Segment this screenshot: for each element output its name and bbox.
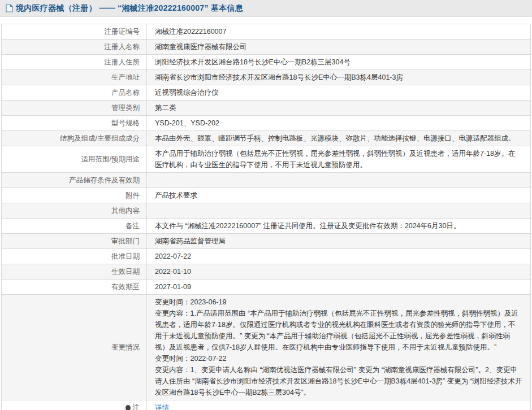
row-label-text: 生效日期 — [111, 268, 140, 276]
value-line: 产品技术要求 — [155, 190, 522, 201]
row-label-text: 产品储存条件及有效期 — [69, 176, 140, 184]
value-line: 2027-01-09 — [155, 281, 522, 293]
basic-info-table-body: 注册证编号湘械注准20222160007注册人名称湖南童视康医疗器械有限公司注册… — [2, 24, 531, 410]
value-line: 变更时间：2022-07-22 — [155, 353, 522, 364]
value-line: 本产品用于辅助治疗弱视（包括屈光不正性弱视，屈光参差性弱视，斜弱性弱视）及近视患… — [155, 148, 522, 171]
table-row: 注册人名称湖南童视康医疗器械有限公司 — [2, 40, 531, 55]
row-label-text: 注册人名称 — [105, 43, 140, 51]
row-value: 湖南童视康医疗器械有限公司 — [147, 40, 531, 55]
row-value: 2022-01-10 — [147, 264, 531, 280]
table-row: 管理类别第二类 — [2, 101, 531, 116]
row-value: 湖南省药品监督管理局 — [147, 234, 531, 249]
row-label-text: 产品名称 — [111, 89, 140, 97]
row-label: 管理类别 — [2, 101, 147, 116]
row-label-text: 适用范围/预期用途 — [81, 155, 140, 163]
page: 境内医疗器械（注册） —— “湘械注准20222160007” 基本信息 注册证… — [0, 0, 532, 410]
row-label: 生效日期 — [2, 264, 147, 280]
row-label: 注册证编号 — [2, 24, 147, 40]
document-icon — [6, 4, 13, 12]
row-label-text: 备注 — [126, 222, 140, 230]
row-value: 湘械注准20222160007 — [147, 24, 531, 40]
table-row: 有效期至2027-01-09 — [2, 280, 531, 295]
row-label: 注 — [2, 400, 147, 410]
row-label: 变更情况 — [2, 295, 147, 400]
row-value: 本品由外壳、眼罩、瞳距调节手柄、控制电路板、光源模块、弥散片、功能选择按键、电源… — [147, 131, 531, 146]
value-line: 变更内容：1.产品适用范围由 “本产品用于辅助治疗弱视（包括屈光不正性弱视，屈光… — [155, 308, 522, 353]
value-line: 2022-01-10 — [155, 266, 522, 277]
table-row: 结构及组成/主要组成成分本品由外壳、眼罩、瞳距调节手柄、控制电路板、光源模块、弥… — [2, 131, 531, 146]
page-header: 境内医疗器械（注册） —— “湘械注准20222160007” 基本信息 — [0, 0, 532, 17]
details-link[interactable]: 详情 — [155, 404, 169, 410]
value-line: 浏阳经济技术开发区湘台路18号长沙E中心一期B2栋三层304号 — [155, 56, 522, 68]
row-label: 产品名称 — [2, 85, 147, 101]
table-row: 变更情况变更时间：2023-06-19变更内容：1.产品适用范围由 “本产品用于… — [2, 295, 531, 400]
row-label-text: 附件 — [126, 191, 140, 199]
table-row: 备注本文件与 “湘械注准20222160007” 注册证共同使用。注册证及变更批… — [2, 219, 531, 234]
table-row: 产品储存条件及有效期 — [2, 173, 531, 188]
row-label-text: 注册人住所 — [105, 58, 140, 66]
value-line: 变更时间：2023-06-19 — [155, 296, 522, 308]
row-label: 适用范围/预期用途 — [2, 146, 147, 173]
row-value: YSD-201、YSD-202 — [147, 116, 531, 131]
table-row: 生效日期2022-01-10 — [2, 264, 531, 280]
row-value: 本产品用于辅助治疗弱视（包括屈光不正性弱视，屈光参差性弱视，斜弱性弱视）及近视患… — [147, 146, 531, 173]
value-line: 湖南省长沙市浏阳市经济技术开发区湘台路18号长沙E中心一期B3栋4层401-3房 — [155, 72, 522, 83]
value-line: 2022-07-22 — [155, 251, 522, 262]
row-value: 详情 — [147, 400, 531, 410]
row-value — [147, 173, 531, 188]
row-label: 其他内容 — [2, 203, 147, 219]
value-line: 近视弱视综合治疗仪 — [155, 87, 522, 98]
value-line: 本文件与 “湘械注准20222160007” 注册证共同使用。注册证及变更批件有… — [155, 220, 522, 232]
row-label-text: 管理类别 — [111, 104, 140, 112]
value-line: 本品由外壳、眼罩、瞳距调节手柄、控制电路板、光源模块、弥散片、功能选择按键、电源… — [155, 133, 522, 144]
row-label: 型号规格 — [2, 116, 147, 131]
row-label-text: 注册证编号 — [105, 28, 140, 36]
table-row: 批准日期2022-07-22 — [2, 249, 531, 264]
row-value: 2027-01-09 — [147, 280, 531, 295]
value-line: 湖南省药品监督管理局 — [155, 235, 522, 247]
row-label-text: 审批部门 — [111, 237, 140, 245]
row-label: 有效期至 — [2, 280, 147, 295]
row-label: 注册人名称 — [2, 40, 147, 55]
table-row: 产品名称近视弱视综合治疗仪 — [2, 85, 531, 101]
table-row: 附件产品技术要求 — [2, 188, 531, 203]
row-value: 第二类 — [147, 101, 531, 116]
row-label: 生产地址 — [2, 70, 147, 85]
row-label: 产品储存条件及有效期 — [2, 173, 147, 188]
row-label-text: 其他内容 — [111, 207, 140, 215]
row-label-text: 批准日期 — [111, 252, 140, 260]
row-label-text: 生产地址 — [111, 73, 140, 81]
table-row: 生产地址湖南省长沙市浏阳市经济技术开发区湘台路18号长沙E中心一期B3栋4层40… — [2, 70, 531, 85]
row-value: 本文件与 “湘械注准20222160007” 注册证共同使用。注册证及变更批件有… — [147, 219, 531, 234]
row-label-text: 结构及组成/主要组成成分 — [60, 134, 140, 142]
row-label: 结构及组成/主要组成成分 — [2, 131, 147, 146]
row-label: 备注 — [2, 219, 147, 234]
note-balloon-icon — [126, 405, 131, 410]
row-label: 注册人住所 — [2, 55, 147, 70]
row-label-text: 注 — [133, 404, 140, 410]
value-line: 湖南童视康医疗器械有限公司 — [155, 41, 522, 53]
basic-info-table: 注册证编号湘械注准20222160007注册人名称湖南童视康医疗器械有限公司注册… — [1, 24, 531, 410]
row-value: 浏阳经济技术开发区湘台路18号长沙E中心一期B2栋三层304号 — [147, 55, 531, 70]
row-value — [147, 203, 531, 219]
row-value: 2022-07-22 — [147, 249, 531, 264]
row-label-text: 变更情况 — [111, 343, 140, 351]
table-row: 审批部门湖南省药品监督管理局 — [2, 234, 531, 249]
row-value: 产品技术要求 — [147, 188, 531, 203]
table-row: 注册证编号湘械注准20222160007 — [2, 24, 531, 40]
table-row: 注详情 — [2, 400, 531, 410]
row-label: 审批部门 — [2, 234, 147, 249]
value-line: 变更内容：1、变更申请人名称由 “湖南优视达医疗器械有限公司” 变更为 “湖南童… — [155, 364, 522, 398]
page-title: 境内医疗器械（注册） —— “湘械注准20222160007” 基本信息 — [16, 3, 243, 14]
table-row: 适用范围/预期用途本产品用于辅助治疗弱视（包括屈光不正性弱视，屈光参差性弱视，斜… — [2, 146, 531, 173]
row-value: 变更时间：2023-06-19变更内容：1.产品适用范围由 “本产品用于辅助治疗… — [147, 295, 531, 400]
table-row: 型号规格YSD-201、YSD-202 — [2, 116, 531, 131]
value-line: YSD-201、YSD-202 — [155, 117, 522, 129]
row-value: 近视弱视综合治疗仪 — [147, 85, 531, 101]
value-line: 第二类 — [155, 102, 522, 114]
table-row: 其他内容 — [2, 203, 531, 219]
row-value: 湖南省长沙市浏阳市经济技术开发区湘台路18号长沙E中心一期B3栋4层401-3房 — [147, 70, 531, 85]
row-label-text: 型号规格 — [111, 119, 140, 127]
value-line: 湘械注准20222160007 — [155, 26, 522, 37]
row-label-text: 有效期至 — [111, 283, 140, 291]
